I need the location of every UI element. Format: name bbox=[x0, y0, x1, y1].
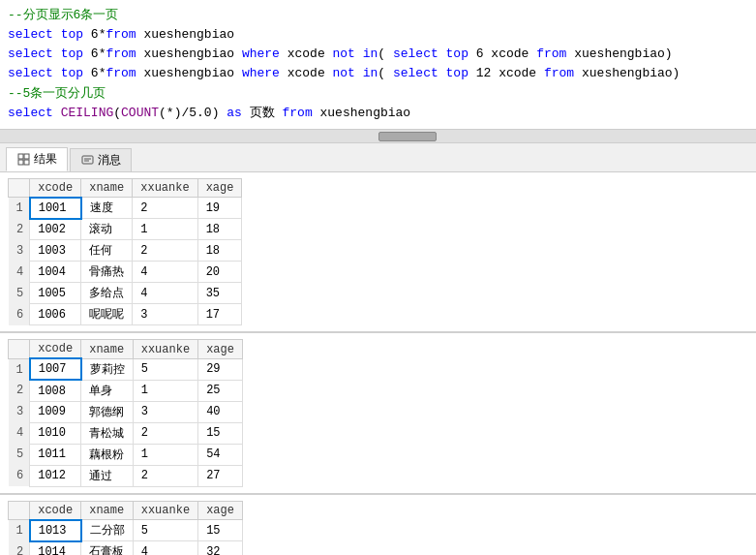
row-num-header bbox=[9, 178, 30, 198]
row-num: 2 bbox=[9, 541, 30, 555]
table-row: 6 1012 通过 2 27 bbox=[9, 465, 243, 486]
table-row: 1 1007 萝莉控 5 29 bbox=[9, 358, 243, 380]
row-num: 1 bbox=[9, 358, 30, 380]
cell-xage: 15 bbox=[198, 422, 243, 444]
col-xcode: xcode bbox=[30, 340, 81, 359]
svg-rect-0 bbox=[18, 154, 23, 159]
cell-xxuanke: 5 bbox=[133, 358, 197, 380]
table-row: 1 1013 二分部 5 15 bbox=[9, 520, 243, 541]
table-row: 4 1010 青松城 2 15 bbox=[9, 422, 243, 444]
cell-xcode: 1011 bbox=[30, 444, 81, 465]
row-num: 4 bbox=[9, 422, 30, 444]
cell-xcode: 1006 bbox=[30, 304, 81, 325]
col-xname: xname bbox=[81, 340, 134, 359]
table-header-row: xcode xname xxuanke xage bbox=[9, 501, 243, 520]
table-row: 5 1005 多给点 4 35 bbox=[9, 283, 242, 304]
col-xage: xage bbox=[198, 501, 243, 520]
table-row: 3 1003 任何 2 18 bbox=[9, 240, 242, 262]
data-table-1: xcode xname xxuanke xage 1 1001 速度 2 19 … bbox=[8, 178, 242, 326]
table-row: 3 1009 郭德纲 3 40 bbox=[9, 401, 243, 422]
cell-xxuanke: 1 bbox=[133, 219, 197, 240]
svg-rect-4 bbox=[82, 156, 93, 164]
message-icon bbox=[80, 153, 94, 167]
cell-xname: 萝莉控 bbox=[81, 358, 134, 380]
code-line-2: select top 6*from xueshengbiao bbox=[8, 25, 748, 45]
cell-xcode: 1013 bbox=[30, 520, 81, 541]
data-table-2: xcode xname xxuanke xage 1 1007 萝莉控 5 29… bbox=[8, 339, 243, 487]
cell-xxuanke: 1 bbox=[133, 444, 197, 465]
table-row: 2 1008 单身 1 25 bbox=[9, 380, 243, 401]
cell-xage: 18 bbox=[197, 240, 242, 262]
table-row: 2 1014 石膏板 4 32 bbox=[9, 541, 243, 555]
cell-xxuanke: 4 bbox=[133, 283, 197, 304]
col-xxuanke: xxuanke bbox=[133, 340, 197, 359]
cell-xxuanke: 4 bbox=[133, 262, 197, 283]
tab-results[interactable]: 结果 bbox=[6, 147, 68, 171]
col-xname: xname bbox=[81, 501, 134, 520]
tabs-bar: 结果 消息 bbox=[0, 143, 756, 172]
table-row: 2 1002 滚动 1 18 bbox=[9, 219, 242, 240]
data-table-3: xcode xname xxuanke xage 1 1013 二分部 5 15… bbox=[8, 501, 243, 555]
code-line-1: --分页显示6条一页 bbox=[8, 6, 748, 25]
result-table-2: xcode xname xxuanke xage 1 1007 萝莉控 5 29… bbox=[0, 333, 756, 495]
tab-messages[interactable]: 消息 bbox=[70, 148, 132, 171]
row-num: 1 bbox=[9, 520, 30, 541]
cell-xname: 骨痛热 bbox=[81, 262, 133, 283]
col-xage: xage bbox=[198, 340, 243, 359]
cell-xcode: 1012 bbox=[30, 465, 81, 486]
cell-xage: 25 bbox=[198, 380, 243, 401]
cell-xcode: 1014 bbox=[30, 541, 81, 555]
cell-xage: 40 bbox=[198, 401, 243, 422]
cell-xxuanke: 4 bbox=[133, 541, 197, 555]
row-num: 5 bbox=[9, 444, 30, 465]
horizontal-scrollbar[interactable] bbox=[0, 130, 756, 143]
table-row: 4 1004 骨痛热 4 20 bbox=[9, 262, 242, 283]
svg-rect-2 bbox=[18, 160, 23, 165]
cell-xcode: 1007 bbox=[30, 358, 81, 380]
cell-xname: 郭德纲 bbox=[81, 401, 134, 422]
row-num: 5 bbox=[9, 283, 30, 304]
row-num: 6 bbox=[9, 465, 30, 486]
scrollbar-thumb[interactable] bbox=[378, 132, 437, 141]
code-line-3: select top 6*from xueshengbiao where xco… bbox=[8, 45, 748, 64]
cell-xname: 多给点 bbox=[81, 283, 133, 304]
col-xxuanke: xxuanke bbox=[133, 178, 197, 198]
code-line-4: select top 6*from xueshengbiao where xco… bbox=[8, 64, 748, 83]
table-row: 1 1001 速度 2 19 bbox=[9, 198, 242, 219]
cell-xname: 藕根粉 bbox=[81, 444, 134, 465]
cell-xname: 通过 bbox=[81, 465, 134, 486]
cell-xname: 青松城 bbox=[81, 422, 134, 444]
cell-xage: 54 bbox=[198, 444, 243, 465]
cell-xxuanke: 2 bbox=[133, 465, 197, 486]
row-num: 6 bbox=[9, 304, 30, 325]
cell-xxuanke: 3 bbox=[133, 304, 197, 325]
table-header-row: xcode xname xxuanke xage bbox=[9, 340, 243, 359]
row-num: 3 bbox=[9, 240, 30, 262]
col-xcode: xcode bbox=[30, 178, 81, 198]
code-line-5: --5条一页分几页 bbox=[8, 84, 748, 104]
cell-xage: 27 bbox=[198, 465, 243, 486]
cell-xage: 18 bbox=[197, 219, 242, 240]
tab-results-label: 结果 bbox=[34, 151, 57, 168]
cell-xcode: 1001 bbox=[30, 198, 81, 219]
cell-xxuanke: 3 bbox=[133, 401, 197, 422]
result-table-3: xcode xname xxuanke xage 1 1013 二分部 5 15… bbox=[0, 495, 756, 555]
cell-xage: 32 bbox=[198, 541, 243, 555]
row-num-header bbox=[9, 501, 30, 520]
cell-xname: 任何 bbox=[81, 240, 133, 262]
code-editor[interactable]: --分页显示6条一页 select top 6*from xueshengbia… bbox=[0, 0, 756, 130]
svg-rect-1 bbox=[24, 154, 29, 159]
cell-xname: 速度 bbox=[81, 198, 133, 219]
cell-xage: 20 bbox=[197, 262, 242, 283]
cell-xage: 35 bbox=[197, 283, 242, 304]
cell-xxuanke: 2 bbox=[133, 198, 197, 219]
cell-xcode: 1002 bbox=[30, 219, 81, 240]
table-row: 6 1006 呢呢呢 3 17 bbox=[9, 304, 242, 325]
row-num: 1 bbox=[9, 198, 30, 219]
col-xcode: xcode bbox=[30, 501, 81, 520]
col-xname: xname bbox=[81, 178, 133, 198]
row-num: 2 bbox=[9, 219, 30, 240]
cell-xcode: 1010 bbox=[30, 422, 81, 444]
cell-xname: 呢呢呢 bbox=[81, 304, 133, 325]
row-num: 4 bbox=[9, 262, 30, 283]
